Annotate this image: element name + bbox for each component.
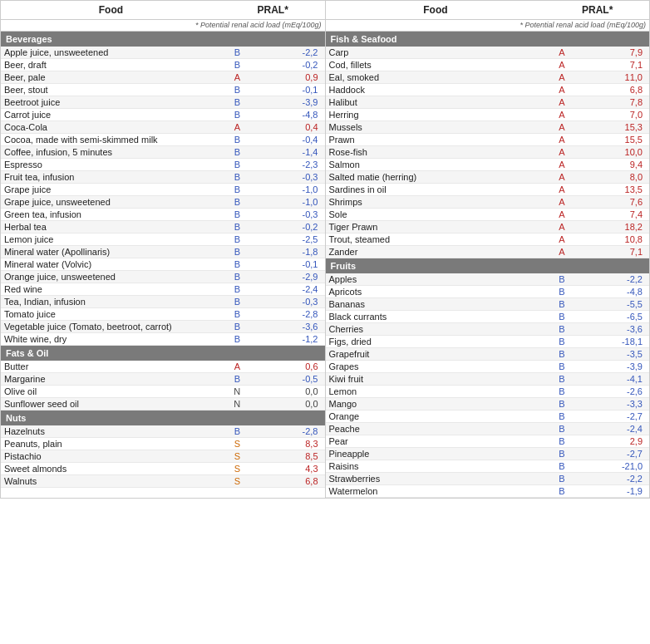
food-name: Sole — [326, 209, 546, 221]
table-row: PrawnA15,5 — [326, 134, 650, 146]
table-row: Lemon juiceB-2,5 — [1, 234, 325, 246]
section-title: Beverages — [1, 32, 325, 47]
table-row: Beetroot juiceB-3,9 — [1, 96, 325, 109]
food-name: Carrot juice — [1, 109, 221, 121]
pral-value: -0,3 — [254, 296, 325, 308]
table-row: Herbal teaB-0,2 — [1, 221, 325, 234]
table-row: SoleA7,4 — [326, 209, 650, 221]
pral-letter: B — [221, 308, 254, 321]
left-food-header: Food — [1, 1, 221, 20]
table-row: ZanderA7,1 — [326, 246, 650, 258]
table-row: HazelnutsB-2,8 — [1, 425, 325, 438]
pral-letter: B — [545, 273, 578, 286]
food-name: Beer, draft — [1, 59, 221, 71]
food-name: Hazelnuts — [1, 425, 221, 438]
food-name: Mussels — [326, 121, 546, 134]
pral-value: 13,5 — [578, 184, 649, 196]
table-row: PeacheB-2,4 — [326, 423, 650, 435]
pral-value: -3,9 — [578, 361, 649, 373]
pral-value: -21,0 — [578, 460, 649, 473]
food-name: Orange — [326, 410, 546, 423]
table-row: Grape juiceB-1,0 — [1, 184, 325, 196]
table-row: Beer, draftB-0,2 — [1, 59, 325, 71]
food-name: Apple juice, unsweetened — [1, 47, 221, 59]
pral-letter: B — [545, 423, 578, 435]
food-name: Sardines in oil — [326, 184, 546, 196]
food-name: Coca-Cola — [1, 121, 221, 134]
food-name: Pistachio — [1, 450, 221, 463]
food-name: Kiwi fruit — [326, 373, 546, 386]
food-name: Lemon juice — [1, 234, 221, 246]
pral-letter: B — [545, 398, 578, 410]
pral-letter: B — [545, 435, 578, 448]
pral-letter: B — [545, 373, 578, 386]
pral-letter: A — [221, 71, 254, 84]
food-name: Lemon — [326, 386, 546, 398]
pral-letter: A — [221, 361, 254, 373]
table-row: OrangeB-2,7 — [326, 410, 650, 423]
pral-value: -4,8 — [578, 286, 649, 298]
food-name: Fruit tea, infusion — [1, 171, 221, 184]
pral-value: 0,4 — [254, 121, 325, 134]
food-name: Grapefruit — [326, 348, 546, 361]
table-row: GrapesB-3,9 — [326, 361, 650, 373]
section-title: Fruits — [326, 258, 650, 274]
pral-letter: B — [221, 296, 254, 308]
food-name: Tea, Indian, infusion — [1, 296, 221, 308]
table-row: RaisinsB-21,0 — [326, 460, 650, 473]
food-name: Tomato juice — [1, 308, 221, 321]
pral-value: -2,3 — [254, 159, 325, 171]
pral-value: 7,6 — [578, 196, 649, 209]
pral-letter: B — [221, 196, 254, 209]
pral-value: -0,5 — [254, 373, 325, 386]
pral-value: -5,5 — [578, 298, 649, 311]
table-row: CarpA7,9 — [326, 47, 650, 59]
pral-value: 0,0 — [254, 386, 325, 398]
pral-letter: B — [545, 460, 578, 473]
food-name: Mineral water (Volvic) — [1, 258, 221, 271]
pral-letter: B — [221, 109, 254, 121]
food-name: Haddock — [326, 84, 546, 96]
right-pral-header: PRAL* — [545, 1, 649, 20]
section-title: Fish & Seafood — [326, 32, 650, 47]
table-row: Sunflower seed oilN0,0 — [1, 398, 325, 410]
table-row: ShrimpsA7,6 — [326, 196, 650, 209]
pral-value: -2,2 — [578, 473, 649, 485]
table-row: Beer, paleA0,9 — [1, 71, 325, 84]
food-name: Beer, pale — [1, 71, 221, 84]
pral-value: -4,8 — [254, 109, 325, 121]
pral-letter: A — [545, 196, 578, 209]
food-name: Zander — [326, 246, 546, 258]
table-row: StrawberriesB-2,2 — [326, 473, 650, 485]
food-name: Figs, dried — [326, 336, 546, 348]
food-name: Cod, fillets — [326, 59, 546, 71]
pral-value: 7,4 — [578, 209, 649, 221]
pral-value: 0,9 — [254, 71, 325, 84]
food-name: Eal, smoked — [326, 71, 546, 84]
pral-letter: A — [545, 221, 578, 234]
food-name: Red wine — [1, 283, 221, 296]
pral-letter: S — [221, 450, 254, 463]
pral-value: 7,1 — [578, 59, 649, 71]
table-row: Sweet almondsS4,3 — [1, 463, 325, 475]
table-row: MargarineB-0,5 — [1, 373, 325, 386]
table-row: CherriesB-3,6 — [326, 323, 650, 336]
pral-value: -2,9 — [254, 271, 325, 283]
pral-value: -2,4 — [254, 283, 325, 296]
pral-letter: B — [545, 348, 578, 361]
pral-value: 10,8 — [578, 234, 649, 246]
pral-letter: N — [221, 386, 254, 398]
pral-value: -2,4 — [578, 423, 649, 435]
pral-value: -2,7 — [578, 448, 649, 460]
pral-value: 15,5 — [578, 134, 649, 146]
left-pral-header: PRAL* — [221, 1, 325, 20]
table-row: Cod, filletsA7,1 — [326, 59, 650, 71]
food-name: Vegetable juice (Tomato, beetroot, carro… — [1, 321, 221, 333]
table-row: Salted matie (herring)A8,0 — [326, 171, 650, 184]
pral-letter: B — [221, 333, 254, 346]
pral-value: 7,8 — [578, 96, 649, 109]
pral-letter: S — [221, 438, 254, 450]
food-name: Black currants — [326, 311, 546, 323]
pral-letter: A — [545, 96, 578, 109]
table-row: Apple juice, unsweetenedB-2,2 — [1, 47, 325, 59]
